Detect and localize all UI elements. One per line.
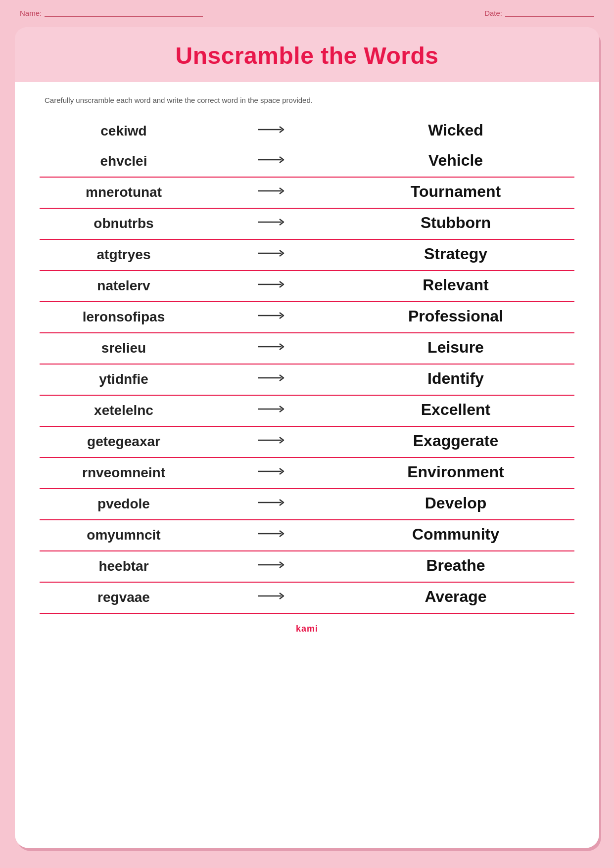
arrow-icon (253, 311, 292, 323)
answer-word: Relevant (337, 276, 574, 296)
answer-word: Identify (337, 369, 574, 390)
arrow-svg (258, 591, 287, 601)
answer-word: Average (337, 588, 574, 608)
page-title: Unscramble the Words (45, 42, 569, 69)
arrow-icon (253, 560, 292, 573)
scrambled-word: atgtryes (40, 247, 208, 263)
words-container: cekiwd Wickedehvclei Vehiclemnerotunat T… (15, 116, 599, 614)
answer-word: Tournament (337, 183, 574, 203)
word-row: natelerv Relevant (40, 271, 574, 302)
word-row: xetelelnc Excellent (40, 396, 574, 427)
arrow-icon (253, 404, 292, 417)
word-row: ytidnfie Identify (40, 365, 574, 396)
word-row: srelieu Leisure (40, 333, 574, 365)
scrambled-word: rnveomneint (40, 465, 208, 481)
main-card: Unscramble the Words Carefully unscrambl… (15, 27, 599, 848)
arrow-icon (253, 466, 292, 479)
word-row: mnerotunat Tournament (40, 178, 574, 209)
arrow-icon (253, 498, 292, 510)
word-row: obnutrbs Stubborn (40, 209, 574, 240)
date-line[interactable] (505, 10, 594, 17)
date-field: Date: (484, 9, 594, 17)
word-row: pvedole Develop (40, 489, 574, 520)
scrambled-word: obnutrbs (40, 216, 208, 231)
name-label: Name: (20, 9, 42, 17)
arrow-icon (253, 155, 292, 168)
answer-word: Stubborn (337, 214, 574, 234)
answer-word: Environment (337, 463, 574, 483)
scrambled-word: ehvclei (40, 153, 208, 169)
arrow-svg (258, 560, 287, 570)
arrow-svg (258, 279, 287, 289)
word-row: cekiwd Wicked (40, 116, 574, 146)
arrow-svg (258, 217, 287, 227)
arrow-icon (253, 217, 292, 230)
arrow-svg (258, 373, 287, 383)
scrambled-word: getegeaxar (40, 434, 208, 450)
word-row: omyumncit Community (40, 520, 574, 551)
answer-word: Leisure (337, 338, 574, 359)
answer-word: Strategy (337, 245, 574, 265)
word-row: ehvclei Vehicle (40, 146, 574, 178)
arrow-icon (253, 373, 292, 386)
name-line[interactable] (45, 10, 203, 17)
arrow-icon (253, 248, 292, 261)
word-row: getegeaxar Exaggerate (40, 427, 574, 458)
scrambled-word: natelerv (40, 278, 208, 294)
answer-word: Breathe (337, 556, 574, 577)
scrambled-word: heebtar (40, 558, 208, 574)
scrambled-word: xetelelnc (40, 403, 208, 418)
name-field: Name: (20, 9, 203, 17)
footer: kami (15, 614, 599, 644)
arrow-icon (253, 125, 292, 137)
word-row: regvaae Average (40, 583, 574, 614)
arrow-svg (258, 435, 287, 445)
arrow-icon (253, 591, 292, 604)
arrow-icon (253, 279, 292, 292)
arrow-svg (258, 125, 287, 135)
arrow-icon (253, 529, 292, 542)
scrambled-word: srelieu (40, 340, 208, 356)
answer-word: Vehicle (337, 151, 574, 172)
arrow-svg (258, 311, 287, 320)
arrow-svg (258, 248, 287, 258)
answer-word: Develop (337, 494, 574, 514)
scrambled-word: regvaae (40, 590, 208, 605)
scrambled-word: ytidnfie (40, 371, 208, 387)
arrow-icon (253, 435, 292, 448)
arrow-svg (258, 529, 287, 539)
instructions: Carefully unscramble each word and write… (15, 90, 599, 116)
arrow-svg (258, 186, 287, 196)
answer-word: Excellent (337, 401, 574, 421)
scrambled-word: leronsofipas (40, 309, 208, 325)
word-row: rnveomneint Environment (40, 458, 574, 489)
top-bar: Name: Date: (0, 0, 614, 22)
scrambled-word: pvedole (40, 496, 208, 512)
brand-name: kami (296, 624, 318, 634)
answer-word: Exaggerate (337, 432, 574, 452)
arrow-svg (258, 466, 287, 476)
answer-word: Wicked (337, 121, 574, 141)
page-container: Name: Date: Unscramble the Words Careful… (0, 0, 614, 868)
scrambled-word: cekiwd (40, 123, 208, 139)
word-row: atgtryes Strategy (40, 240, 574, 271)
arrow-icon (253, 186, 292, 199)
word-row: leronsofipas Professional (40, 302, 574, 333)
answer-word: Community (337, 525, 574, 546)
arrow-svg (258, 498, 287, 507)
arrow-svg (258, 155, 287, 165)
arrow-svg (258, 342, 287, 352)
instructions-text: Carefully unscramble each word and write… (45, 95, 569, 106)
arrow-svg (258, 404, 287, 414)
word-row: heebtar Breathe (40, 551, 574, 583)
scrambled-word: mnerotunat (40, 184, 208, 200)
answer-word: Professional (337, 307, 574, 327)
scrambled-word: omyumncit (40, 527, 208, 543)
date-label: Date: (484, 9, 502, 17)
title-area: Unscramble the Words (15, 27, 599, 82)
arrow-icon (253, 342, 292, 355)
